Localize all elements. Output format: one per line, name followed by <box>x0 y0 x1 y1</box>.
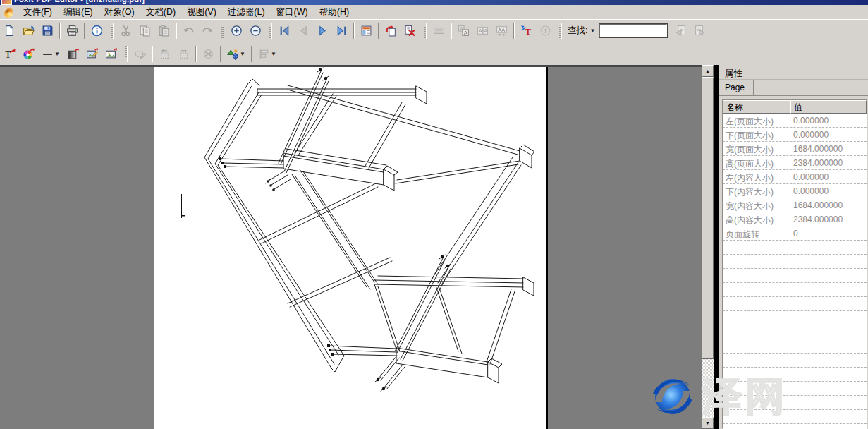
panel-tab-bar: Page <box>719 80 868 96</box>
column-header-name[interactable]: 名称 <box>723 100 790 114</box>
first-page-button[interactable] <box>276 22 293 40</box>
find-prev-button[interactable] <box>672 22 690 40</box>
menu-items: 文件(F)编辑(E)对象(O)文档(D)视图(V)过滤器(L)窗口(W)帮助(H… <box>18 6 355 18</box>
delete-page-button[interactable] <box>401 22 419 40</box>
svg-text:A: A <box>484 28 487 33</box>
find-label: 查找: <box>568 25 587 37</box>
gradient-fill-button[interactable] <box>64 45 82 63</box>
property-row[interactable]: 左(页面大小)0.000000 <box>723 114 867 128</box>
property-value: 1684.000000 <box>790 198 867 212</box>
toolbar-separator <box>152 46 153 62</box>
transform-prev-button[interactable] <box>156 45 173 63</box>
tab-page[interactable]: Page <box>719 80 754 95</box>
property-value: 0 <box>790 226 867 240</box>
property-name: 宽(页面大小) <box>723 142 790 155</box>
new-button[interactable] <box>1 22 18 40</box>
empty-row <box>723 424 867 429</box>
column-header-value[interactable]: 值 <box>790 100 867 114</box>
empty-row <box>723 325 867 339</box>
property-row[interactable]: 宽(页面大小)1684.000000 <box>723 142 867 156</box>
find-input[interactable] <box>599 24 667 37</box>
undo-button[interactable] <box>180 22 197 40</box>
print-button[interactable] <box>63 22 81 40</box>
property-value: 2384.000000 <box>790 156 867 169</box>
align-objects-button[interactable]: ▼ <box>255 45 279 63</box>
menu-l[interactable]: 过滤器(L) <box>222 6 271 19</box>
edit-image-button[interactable] <box>83 45 101 63</box>
svg-text:A: A <box>479 28 482 33</box>
property-row[interactable]: 左(内容大小)0.000000 <box>723 170 867 184</box>
document-page[interactable] <box>154 67 548 429</box>
toolbar-drag-handle[interactable] <box>125 46 128 62</box>
empty-row <box>723 354 867 368</box>
add-text-button[interactable]: T <box>1 45 18 63</box>
line-style-button[interactable]: ▼ <box>39 45 63 63</box>
line-style-dropdown-caret[interactable]: ▼ <box>54 51 60 57</box>
app-menu-icon[interactable] <box>3 7 13 18</box>
cut-button[interactable] <box>117 22 135 40</box>
toolbar-drag-handle[interactable] <box>269 23 272 39</box>
toolbar-drag-handle[interactable] <box>424 23 427 39</box>
property-row[interactable]: 页面旋转0 <box>723 226 867 241</box>
toolbar-separator <box>220 46 221 62</box>
panel-title: 属性 <box>719 65 868 80</box>
toolbar-drag-handle[interactable] <box>221 23 224 39</box>
find-next-button[interactable] <box>691 22 709 40</box>
add-image-button[interactable] <box>102 45 120 63</box>
menu-f[interactable]: 文件(F) <box>18 6 58 19</box>
delete-object-button[interactable] <box>200 45 217 63</box>
rotate-page-button[interactable] <box>382 22 400 40</box>
property-row[interactable]: 下(内容大小)0.000000 <box>723 184 867 198</box>
menu-v[interactable]: 视图(V) <box>181 6 222 19</box>
page-thumbnails-button[interactable] <box>357 22 375 40</box>
toolbar-drag-handle[interactable] <box>559 23 562 39</box>
font-size-button[interactable]: AA <box>474 22 491 40</box>
watermark-swirl-logo <box>649 373 697 421</box>
toolbar-separator <box>513 23 515 39</box>
virtual-keyboard-button[interactable] <box>430 22 448 40</box>
redo-button[interactable] <box>199 22 216 40</box>
toolbar-drag-handle[interactable] <box>111 23 114 39</box>
menu-o[interactable]: 对象(O) <box>99 6 140 19</box>
insert-shape-dropdown-caret[interactable]: ▼ <box>240 51 245 57</box>
toolbar-separator <box>176 23 177 39</box>
property-value: 2384.000000 <box>790 212 867 226</box>
insert-text-button[interactable]: T <box>518 22 535 40</box>
text-rotate-button[interactable]: T <box>537 22 554 40</box>
find-dropdown-caret[interactable]: ▼ <box>589 28 595 34</box>
last-page-button[interactable] <box>333 22 350 40</box>
save-button[interactable] <box>39 22 56 40</box>
zoom-in-button[interactable] <box>228 22 245 40</box>
menu-d[interactable]: 文档(D) <box>140 6 181 19</box>
open-button[interactable] <box>20 22 37 40</box>
transform-next-button[interactable] <box>175 45 192 63</box>
property-row[interactable]: 高(内容大小)2384.000000 <box>723 212 867 226</box>
property-row[interactable]: 下(页面大小)0.000000 <box>723 128 867 142</box>
insert-shape-button[interactable]: ▼ <box>224 45 248 63</box>
prev-page-button[interactable] <box>295 22 312 40</box>
property-row[interactable]: 宽(内容大小)1684.000000 <box>723 198 867 212</box>
paste-button[interactable] <box>155 22 173 40</box>
scroll-up-button[interactable]: ▲ <box>702 65 714 77</box>
menu-h[interactable]: 帮助(H) <box>314 6 355 19</box>
align-objects-dropdown-caret[interactable]: ▼ <box>271 51 276 57</box>
property-value: 0.000000 <box>790 170 867 183</box>
clone-tool-button[interactable] <box>131 45 149 63</box>
empty-row <box>723 269 867 283</box>
document-info-button[interactable] <box>88 22 106 40</box>
zoom-out-button[interactable] <box>247 22 264 40</box>
text-cursor-mark <box>181 194 182 218</box>
menu-e[interactable]: 编辑(E) <box>58 6 99 19</box>
color-picker-button[interactable] <box>20 45 37 63</box>
canvas-area[interactable] <box>0 65 702 429</box>
property-value: 0.000000 <box>790 128 867 141</box>
copy-button[interactable] <box>136 22 154 40</box>
property-name: 高(内容大小) <box>723 212 790 226</box>
font-replace-button[interactable]: AA <box>455 22 472 40</box>
menu-w[interactable]: 窗口(W) <box>271 6 314 19</box>
font-width-button[interactable]: AA <box>493 22 511 40</box>
next-page-button[interactable] <box>314 22 331 40</box>
property-row[interactable]: 高(页面大小)2384.000000 <box>723 156 867 170</box>
scrollbar-thumb[interactable] <box>702 77 714 359</box>
watermark-text: 泽网 <box>702 377 788 416</box>
